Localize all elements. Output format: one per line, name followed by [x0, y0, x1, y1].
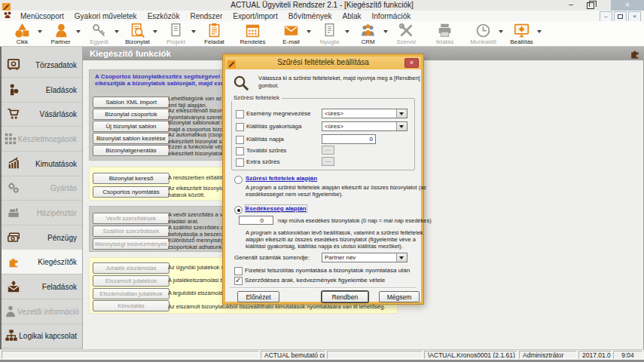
- application-window: ACTUAL Ügyviteli Rendszer 2.1 - [Kiegész…: [0, 0, 644, 362]
- toolbar-item-szerviz: Szerviz: [387, 21, 426, 46]
- mdi-minimize-button[interactable]: –: [600, 11, 612, 22]
- chart-icon: [4, 157, 23, 170]
- extra-szures-checkbox[interactable]: [236, 158, 244, 167]
- menu-informaciok[interactable]: Információk: [367, 12, 417, 20]
- esemeny-checkbox[interactable]: [236, 110, 244, 118]
- toolbar-item-crm[interactable]: CRM: [349, 21, 387, 46]
- toolbar-item-projekt: Projekt: [157, 21, 195, 46]
- chevron-down-icon[interactable]: [396, 122, 407, 130]
- toolbar-item-rendeles[interactable]: Rendelés: [233, 21, 272, 46]
- sidebar-item-eladasok[interactable]: Eladások: [2, 78, 82, 103]
- mdi-close-button[interactable]: ×: [628, 11, 641, 22]
- menu-menucsoport[interactable]: Menücsoport: [15, 12, 69, 20]
- receipt-icon: [310, 23, 349, 38]
- printer-icon: [426, 23, 464, 38]
- toolbar-item-munkaido: Munkaidő: [464, 21, 502, 46]
- cash-register-icon: [4, 206, 23, 219]
- due-based-radio-label[interactable]: Esedékesség alapján: [246, 205, 307, 212]
- csoportos-nyomtatas-button[interactable]: Csoportos nyomtatás: [93, 186, 169, 198]
- sidebar-item-kimutatasok[interactable]: Kimutatások: [2, 152, 82, 176]
- sidebar-item-vasarlasok[interactable]: Vásárlások: [2, 102, 82, 127]
- kiallitas-napja-checkbox[interactable]: [236, 136, 244, 144]
- menu-export-import[interactable]: Export/import: [227, 12, 282, 20]
- status-empty-cell: [2, 351, 259, 359]
- button-description: Az ügynöki jutalékok sze: [168, 264, 230, 271]
- chevron-down-icon[interactable]: [537, 30, 542, 35]
- bizonylatgeneralas-button[interactable]: Bizonylatgenerálás: [93, 145, 169, 156]
- restore-button[interactable]: [587, 2, 594, 9]
- wallet-icon: [4, 231, 23, 244]
- cancel-button[interactable]: Mégsem: [379, 291, 420, 302]
- sidebar-item-gyartas: Gyártás: [2, 176, 82, 201]
- sidebar-item-logikai-kapcsolat[interactable]: Logikai kapcsolat: [2, 324, 82, 348]
- sidebar-item-penzugy[interactable]: Pénzügy: [2, 225, 82, 250]
- dialog-body: Válassza ki a szűrési feltételeket, majd…: [225, 69, 421, 302]
- filter-based-radio-label[interactable]: Szűrési feltételek alapján: [246, 175, 317, 182]
- filter-based-desc: A program a szűrési feltételek alapján e…: [246, 184, 426, 191]
- contract-prices-checkbox[interactable]: [234, 277, 243, 285]
- toolbar-item-cikk[interactable]: Cikk: [3, 21, 41, 46]
- contract-prices-label: Szerződéses árak, kedvezmények figyelemb…: [245, 277, 385, 284]
- toolbar-item-bizonylat[interactable]: Bizonylat: [118, 21, 157, 46]
- system-menu-icon[interactable]: [3, 11, 12, 21]
- bizonylat-csoportok-button[interactable]: Bizonylat csoportok: [93, 109, 169, 120]
- jutalek-elszamolas-button: Jutalék elszámolás: [93, 262, 169, 274]
- button-description: A rendszerben előállíto: [168, 174, 225, 181]
- sablon-xml-import-button[interactable]: Sablon XML import: [93, 97, 169, 108]
- sidebar-item-keszletmozgasok: Készletmozgások: [2, 127, 82, 152]
- toolbar-item-beallitas[interactable]: Beállítás: [502, 21, 541, 46]
- payment-reminder-checkbox[interactable]: [234, 267, 243, 275]
- mdi-restore-button[interactable]: [614, 11, 627, 22]
- ok-button[interactable]: Rendben: [322, 291, 368, 302]
- puzzle-icon: [4, 255, 23, 268]
- chevron-down-icon[interactable]: [396, 109, 407, 118]
- dialog-title: Szűrési feltételek beállítása: [225, 58, 421, 66]
- extra-szures-ellipsis-button: ...: [322, 157, 334, 166]
- sidebar-item-feladasok[interactable]: Feladások: [2, 275, 82, 299]
- menu-bovitmenyek[interactable]: Bővítmények: [283, 12, 337, 20]
- toolbar-item-nyugta: Nyugta: [310, 21, 349, 46]
- kiallitas-gyakorisaga-combobox[interactable]: <üres>: [322, 121, 407, 131]
- preview-button[interactable]: Előnézet: [237, 291, 279, 302]
- tovabbi-szures-ellipsis-button: ...: [322, 146, 334, 155]
- szallitoi-szerzodesek-button: Szállítói szerződések: [93, 225, 169, 237]
- sidebar-item-vezetoi-informacio: Vezetői információ: [2, 299, 82, 324]
- bizonylat-kereso-button[interactable]: Bizonylat kereső: [93, 173, 169, 184]
- menu-eszkozok[interactable]: Eszközök: [142, 12, 185, 20]
- menu-gyakori-muveletek[interactable]: Gyakori műveletek: [69, 12, 142, 20]
- toolbar-item-email[interactable]: E-mail: [272, 21, 310, 46]
- due-based-radio[interactable]: [234, 206, 243, 214]
- filter-settings-dialog: Szűrési feltételek beállítása × Válassza…: [223, 54, 423, 304]
- kiallitas-napja-label: Kiállítás napja: [246, 136, 284, 143]
- chevron-down-icon[interactable]: [396, 253, 407, 262]
- vevoi-szerzodesek-button: Vevői szerződések: [93, 213, 169, 224]
- esemeny-combobox[interactable]: <üres>: [322, 109, 407, 118]
- bizonylat-sablon-kezelese-button[interactable]: Bizonylat sablon kezelése: [93, 133, 169, 144]
- tools-icon: [387, 23, 426, 38]
- button-description: Ezzel a funkcióval végeelkészített bizon…: [168, 143, 227, 157]
- sidebar-item-torzsadatok[interactable]: Törzsadatok: [2, 53, 82, 78]
- payment-reminder-label: Fizetési felszólítás nyomtatása a bizony…: [245, 267, 410, 274]
- button-description: Az elkészített bizonylathatárok között.: [168, 185, 225, 198]
- filter-based-radio[interactable]: [234, 176, 243, 184]
- toolbar-item-feladat[interactable]: Feladat: [195, 21, 233, 46]
- close-icon[interactable]: ×: [404, 58, 419, 68]
- kiallitas-napja-input[interactable]: [322, 134, 376, 144]
- close-button[interactable]: ×: [611, 0, 644, 11]
- dialog-instruction-line1: Válassza ki a szűrési feltételeket, majd…: [258, 75, 420, 81]
- toolbar-item-partner[interactable]: Partner: [41, 21, 80, 46]
- people-icon: [349, 23, 387, 38]
- tovabbi-szures-checkbox[interactable]: [236, 147, 244, 155]
- due-days-input[interactable]: [239, 216, 273, 225]
- menu-rendszer[interactable]: Rendszer: [185, 12, 227, 20]
- toolbar-item-egyedi: Egyedi: [80, 21, 118, 46]
- uj-bizonylat-sablon-button[interactable]: Új bizonylat sablon: [93, 121, 169, 132]
- sidebar-item-kiegeszitok[interactable]: Kiegészítők: [2, 250, 82, 275]
- status-time: 9:04: [613, 351, 642, 359]
- order-combobox[interactable]: Partner név: [322, 253, 407, 262]
- menu-ablak[interactable]: Ablak: [337, 12, 367, 20]
- page-title: Kiegészítő funkciók: [90, 49, 171, 58]
- minimize-button[interactable]: –: [564, 0, 578, 10]
- dialog-titlebar: Szűrési feltételek beállítása ×: [225, 57, 421, 69]
- kiallitas-gyakorisaga-checkbox[interactable]: [236, 123, 244, 131]
